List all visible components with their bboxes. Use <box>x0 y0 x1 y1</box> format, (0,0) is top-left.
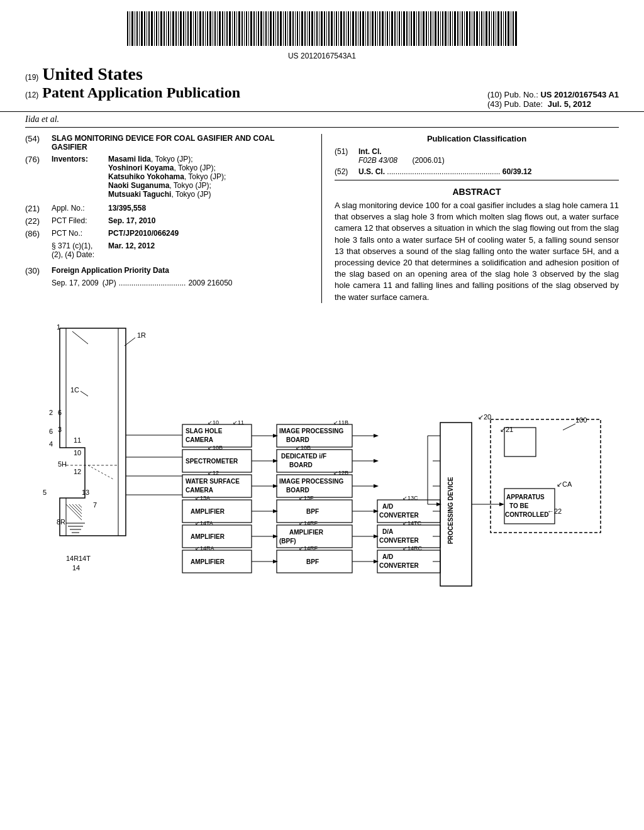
dedicated-if-line1: DEDICATED i/F <box>281 453 326 460</box>
svg-rect-15 <box>164 11 165 46</box>
svg-rect-108 <box>389 11 390 46</box>
svg-rect-115 <box>406 11 408 46</box>
appl-num-value: 13/395,558 <box>108 204 146 213</box>
svg-rect-78 <box>316 11 318 46</box>
ad-conv-13C-line2: CONVERTER <box>379 512 419 519</box>
ref14TC-label: ↙14TC <box>402 520 422 526</box>
svg-rect-144 <box>476 11 478 46</box>
svg-rect-9 <box>148 11 150 46</box>
ref20-label: ↙20 <box>478 413 491 421</box>
abstract-text: A slag monitoring device 100 for a coal … <box>335 200 619 303</box>
svg-line-172 <box>79 504 82 507</box>
svg-rect-20 <box>175 11 177 46</box>
svg-rect-17 <box>168 11 169 46</box>
svg-rect-31 <box>203 11 204 46</box>
svg-rect-119 <box>416 11 417 46</box>
svg-rect-81 <box>324 11 325 46</box>
apparatus-line3: CONTROLLED <box>505 511 548 518</box>
svg-rect-24 <box>186 11 186 46</box>
svg-rect-66 <box>287 11 288 46</box>
foreign-label: (30) <box>25 266 52 275</box>
us-cl-section: (52) U.S. Cl. ..........................… <box>335 167 619 176</box>
foreign-num: 2009 216050 <box>188 279 232 287</box>
right-column: Publication Classification (51) Int. Cl.… <box>322 134 619 303</box>
svg-rect-51 <box>250 11 252 46</box>
svg-rect-138 <box>462 11 463 46</box>
title-text: SLAG MONITORING DEVICE FOR COAL GASIFIER… <box>52 134 309 152</box>
title-section: (54) SLAG MONITORING DEVICE FOR COAL GAS… <box>25 134 309 152</box>
slag-hole-camera-text-line2: CAMERA <box>186 436 213 443</box>
svg-rect-136 <box>457 11 458 46</box>
svg-rect-23 <box>183 11 184 46</box>
svg-rect-73 <box>304 11 306 46</box>
svg-rect-79 <box>319 11 319 46</box>
svg-rect-76 <box>311 11 313 46</box>
svg-rect-63 <box>280 11 282 46</box>
ref14T-label: 14T <box>79 555 91 562</box>
ref11B-label: ↙11B <box>333 419 348 426</box>
ref1-label: 1 <box>57 323 60 331</box>
ref6b-label: 6 <box>49 428 53 435</box>
svg-rect-35 <box>213 11 213 46</box>
svg-rect-40 <box>225 11 225 46</box>
svg-rect-92 <box>350 11 351 46</box>
svg-rect-151 <box>493 11 494 46</box>
svg-rect-129 <box>440 11 441 46</box>
ref14TA-box-label: ↙14TA <box>195 520 213 526</box>
ref13-vessel-label: 13 <box>82 489 89 496</box>
svg-rect-153 <box>497 11 499 46</box>
svg-rect-44 <box>234 11 235 46</box>
ref13A-box-label: ↙13A <box>195 495 210 501</box>
svg-rect-69 <box>295 11 296 46</box>
ref13F-label: ↙13F <box>299 495 314 501</box>
svg-rect-113 <box>401 11 402 46</box>
pct-no-section: (86) PCT No.: PCT/JP2010/066249 <box>25 229 309 238</box>
svg-rect-127 <box>435 11 436 46</box>
svg-rect-71 <box>299 11 300 46</box>
svg-rect-37 <box>217 11 218 46</box>
svg-rect-3 <box>135 11 135 46</box>
svg-rect-13 <box>158 11 159 46</box>
img-proc-board-12B-line1: IMAGE PROCESSING <box>279 478 343 485</box>
svg-rect-122 <box>423 11 425 46</box>
ref6a-label: 6 <box>58 409 62 416</box>
svg-rect-88 <box>340 11 342 46</box>
svg-line-169 <box>69 504 82 517</box>
svg-rect-99 <box>367 11 369 46</box>
inventors-section: (76) Inventors: Masami Iida, Tokyo (JP);… <box>25 155 309 199</box>
svg-rect-86 <box>336 11 337 46</box>
amplifier-14RA-text: AMPLIFIER <box>191 558 225 565</box>
svg-rect-104 <box>379 11 380 46</box>
para-label: § 371 (c)(1), (2), (4) Date: <box>52 241 108 259</box>
svg-rect-34 <box>209 11 211 46</box>
pct-filed-value: Sep. 17, 2010 <box>108 216 155 226</box>
int-cl-name: Int. Cl. <box>358 147 382 156</box>
pub-date-value: Jul. 5, 2012 <box>548 99 591 109</box>
processing-device-text: PROCESSING DEVICE <box>447 477 454 544</box>
svg-rect-156 <box>505 11 506 46</box>
svg-rect-125 <box>430 11 431 46</box>
svg-rect-16 <box>166 11 167 46</box>
ref14RF-label: ↙14RF <box>299 520 318 526</box>
svg-rect-141 <box>469 11 470 46</box>
svg-rect-42 <box>229 11 231 46</box>
svg-rect-58 <box>268 11 269 46</box>
svg-rect-84 <box>331 11 333 46</box>
para-num <box>25 241 52 259</box>
svg-rect-95 <box>358 11 358 46</box>
water-surface-camera-text-line1: WATER SURFACE <box>186 478 240 485</box>
svg-rect-159 <box>513 11 514 46</box>
svg-rect-62 <box>277 11 279 46</box>
svg-rect-147 <box>484 11 484 46</box>
svg-rect-54 <box>258 11 259 46</box>
svg-rect-80 <box>321 11 323 46</box>
svg-rect-1 <box>130 11 130 46</box>
main-content: (54) SLAG MONITORING DEVICE FOR COAL GAS… <box>0 134 644 303</box>
pct-no-name: PCT No.: <box>52 229 108 238</box>
svg-rect-18 <box>170 11 171 46</box>
svg-rect-48 <box>244 11 245 46</box>
svg-rect-25 <box>187 11 189 46</box>
inventors-label: Inventors: <box>52 155 108 199</box>
header-divider <box>25 127 619 128</box>
svg-rect-120 <box>418 11 419 46</box>
